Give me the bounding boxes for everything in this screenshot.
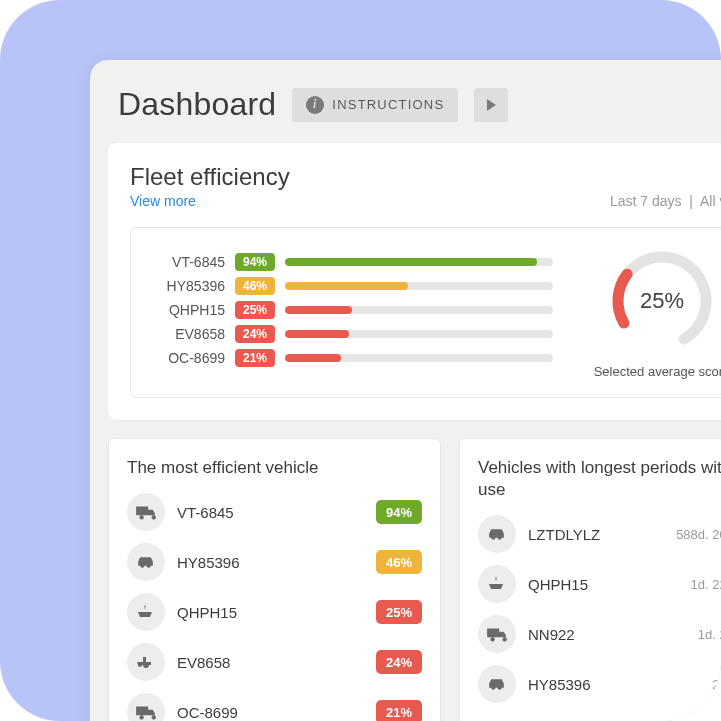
topbar: Dashboard i INSTRUCTIONS [90, 60, 721, 143]
car-icon [127, 543, 165, 581]
bar-track [285, 282, 553, 290]
car-icon [478, 665, 516, 703]
list-item[interactable]: LZTDLYLZ588d. 20h 57min [478, 515, 721, 553]
vehicle-name: EV8658 [177, 654, 364, 671]
list-item[interactable]: EV865824% [127, 643, 422, 681]
card-title: Fleet efficiency [130, 163, 290, 191]
truck-icon [127, 493, 165, 531]
efficiency-bars: VT-684594%HY8539646%QHPH1525%EV865824%OC… [153, 253, 553, 373]
card-title: Vehicles with longest periods without us… [478, 457, 721, 501]
bar-fill [285, 330, 349, 338]
page-title: Dashboard [118, 86, 276, 123]
most-efficient-card: The most efficient vehicle VT-684594%HY8… [108, 438, 441, 721]
instructions-label: INSTRUCTIONS [332, 97, 444, 112]
bar-fill [285, 354, 341, 362]
idle-duration: 23h 59min [712, 677, 721, 692]
vehicle-name: QHPH15 [177, 604, 364, 621]
list-item[interactable]: NN9221d. 2h 49min [478, 615, 721, 653]
efficiency-bar-row: HY8539646% [153, 277, 553, 295]
gauge-value: 25% [607, 246, 717, 356]
fleet-efficiency-card: Fleet efficiency View more Last 7 days |… [108, 143, 721, 420]
boat-icon [478, 565, 516, 603]
efficiency-bar-row: OC-869921% [153, 349, 553, 367]
play-icon [487, 99, 496, 111]
efficiency-panel: VT-684594%HY8539646%QHPH1525%EV865824%OC… [130, 227, 721, 398]
info-icon: i [306, 96, 324, 114]
bar-track [285, 258, 553, 266]
instructions-button[interactable]: i INSTRUCTIONS [292, 88, 458, 122]
vehicle-name: LZTDLYLZ [528, 526, 664, 543]
vehicle-name: VT-6845 [177, 504, 364, 521]
bar-pct-pill: 94% [235, 253, 275, 271]
list-item[interactable]: HY8539646% [127, 543, 422, 581]
bottom-row: The most efficient vehicle VT-684594%HY8… [108, 438, 721, 721]
list-item[interactable]: HY8539623h 59min [478, 665, 721, 703]
vehicle-name: NN922 [528, 626, 686, 643]
range-scope-text: Last 7 days | All vehicles [610, 193, 721, 209]
card-title: The most efficient vehicle [127, 457, 422, 479]
vehicle-name: OC-8699 [177, 704, 364, 721]
boat-icon [127, 593, 165, 631]
vehicle-name: HY85396 [177, 554, 364, 571]
list-item[interactable]: QHPH1525% [127, 593, 422, 631]
gauge: 25% Selected average score [577, 246, 721, 379]
app-window: Dashboard i INSTRUCTIONS Fleet efficienc… [90, 60, 721, 721]
bar-track [285, 354, 553, 362]
bar-label: OC-8699 [153, 350, 225, 366]
pct-badge: 46% [376, 550, 422, 574]
bar-fill [285, 282, 408, 290]
list-item[interactable]: QHPH151d. 22h 33min [478, 565, 721, 603]
view-more-link[interactable]: View more [130, 193, 196, 209]
pct-badge: 21% [376, 700, 422, 721]
list-item[interactable]: OC-869921% [127, 693, 422, 721]
vehicle-name: HY85396 [528, 676, 700, 693]
bar-pct-pill: 25% [235, 301, 275, 319]
bar-pct-pill: 21% [235, 349, 275, 367]
car-icon [478, 515, 516, 553]
pct-badge: 25% [376, 600, 422, 624]
list-item[interactable]: VT-684594% [127, 493, 422, 531]
vehicle-name: QHPH15 [528, 576, 679, 593]
pct-badge: 24% [376, 650, 422, 674]
efficiency-bar-row: EV865824% [153, 325, 553, 343]
bar-fill [285, 258, 537, 266]
idle-duration: 1d. 22h 33min [691, 577, 721, 592]
bar-fill [285, 306, 352, 314]
efficiency-bar-row: QHPH1525% [153, 301, 553, 319]
longest-idle-card: Vehicles with longest periods without us… [459, 438, 721, 721]
efficiency-bar-row: VT-684594% [153, 253, 553, 271]
bar-label: EV8658 [153, 326, 225, 342]
idle-duration: 588d. 20h 57min [676, 527, 721, 542]
bar-track [285, 306, 553, 314]
bar-label: QHPH15 [153, 302, 225, 318]
bar-pct-pill: 46% [235, 277, 275, 295]
play-button[interactable] [474, 88, 508, 122]
bar-pct-pill: 24% [235, 325, 275, 343]
tractor-icon [127, 643, 165, 681]
idle-duration: 1d. 2h 49min [698, 627, 721, 642]
truck-icon [127, 693, 165, 721]
bar-label: VT-6845 [153, 254, 225, 270]
bar-label: HY85396 [153, 278, 225, 294]
truck-icon [478, 615, 516, 653]
pct-badge: 94% [376, 500, 422, 524]
bar-track [285, 330, 553, 338]
